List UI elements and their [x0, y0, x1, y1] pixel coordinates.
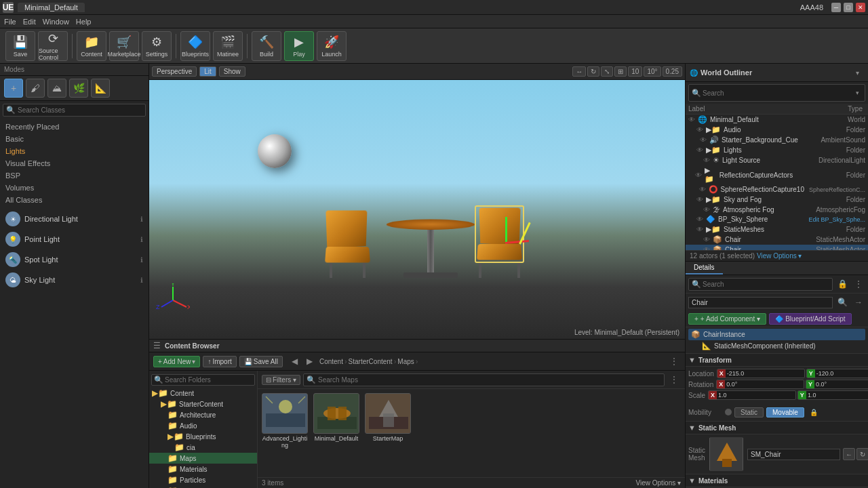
- folder-materials[interactable]: 📁 Materials: [149, 464, 257, 474]
- location-x-input[interactable]: [726, 369, 804, 378]
- settings-button[interactable]: ⚙ Settings: [142, 31, 172, 61]
- actor-browse-icon[interactable]: →: [852, 296, 865, 309]
- foliage-mode-icon[interactable]: 🌿: [69, 79, 88, 98]
- rotation-x[interactable]: X: [716, 380, 804, 389]
- viewport[interactable]: Perspective Lit Show ↔ ↻ ⤡ ⊞ 10 10° 0.25: [149, 64, 685, 339]
- placement-item-spot-light[interactable]: 🔦 Spot Light ℹ: [0, 249, 149, 270]
- location-y[interactable]: Y: [806, 369, 868, 378]
- options-button[interactable]: ⋮: [667, 354, 681, 368]
- folder-blueprints[interactable]: ▶📁 Blueprints: [149, 431, 257, 442]
- outliner-row-atm-fog[interactable]: 👁 🌫 Atmospheric Fog AtmosphericFog: [686, 205, 868, 214]
- content-button[interactable]: 📁 Content: [77, 31, 106, 61]
- outliner-search-bar[interactable]: 🔍 ▾: [688, 84, 865, 102]
- mesh-name-input[interactable]: [747, 449, 840, 460]
- geometry-mode-icon[interactable]: 📐: [91, 79, 110, 98]
- view-options-button[interactable]: View Options ▾: [635, 479, 681, 487]
- movable-mobility-button[interactable]: Movable: [766, 407, 804, 418]
- folder-particles[interactable]: 📁 Particles: [149, 474, 257, 485]
- outliner-row-starter-bg[interactable]: 👁 🔊 Starter_Background_Cue AmbientSound: [686, 135, 868, 145]
- location-y-input[interactable]: [815, 369, 868, 378]
- category-bsp[interactable]: BSP: [0, 169, 149, 182]
- translate-tool[interactable]: ↔: [572, 66, 586, 77]
- source-control-button[interactable]: ⟳ Source Control: [38, 31, 68, 61]
- outliner-options-button[interactable]: ▾: [850, 66, 864, 79]
- placement-item-point-light[interactable]: 💡 Point Light ℹ: [0, 229, 149, 249]
- outliner-row-minimal-default[interactable]: 👁 🌐 Minimal_Default World: [686, 115, 868, 125]
- back-button[interactable]: ◀: [288, 354, 302, 368]
- class-search-input[interactable]: [18, 106, 142, 114]
- outliner-row-reflection-actors[interactable]: 👁 ▶📁 ReflectionCaptureActors Folder: [686, 165, 868, 184]
- outliner-row-static-meshes[interactable]: 👁 ▶📁 StaticMeshes Folder: [686, 224, 868, 235]
- save-all-button[interactable]: 💾 Save All: [239, 356, 283, 367]
- scale-y-input[interactable]: [806, 391, 868, 399]
- category-volumes[interactable]: Volumes: [0, 182, 149, 194]
- placement-item-sky-light[interactable]: 🌤 Sky Light ℹ: [0, 270, 149, 290]
- breadcrumb-starter-content[interactable]: StarterContent: [349, 358, 393, 365]
- tab-details[interactable]: Details: [686, 262, 723, 274]
- details-search-input[interactable]: [703, 281, 829, 288]
- build-button[interactable]: 🔨 Build: [252, 31, 281, 61]
- viewport-canvas[interactable]: X Y Z Level: Minimal_Default (Persistent…: [149, 80, 685, 339]
- component-static-mesh-inherited[interactable]: 📐 StaticMeshComponent (Inherited): [688, 340, 865, 352]
- menu-help[interactable]: Help: [76, 18, 92, 26]
- landscape-mode-icon[interactable]: ⛰: [47, 79, 66, 98]
- placement-item-directional-light[interactable]: ☀ Directional Light ℹ: [0, 209, 149, 229]
- files-options-button[interactable]: ⋮: [667, 373, 681, 386]
- menu-window[interactable]: Window: [43, 18, 69, 26]
- blueprints-button[interactable]: 🔷 Blueprints: [180, 31, 210, 61]
- play-button[interactable]: ▶ Play: [284, 31, 314, 61]
- rotation-y-input[interactable]: [814, 380, 868, 388]
- details-lock-icon[interactable]: 🔒: [835, 277, 849, 291]
- rotate-tool[interactable]: ↻: [587, 66, 599, 77]
- file-advanced-lighting[interactable]: Advanced_Lighting: [262, 393, 308, 449]
- folder-architecture[interactable]: 📁 Architecture: [149, 409, 257, 420]
- category-lights[interactable]: Lights: [0, 145, 149, 157]
- grid-size[interactable]: 10: [628, 66, 642, 77]
- viewport-lit-button[interactable]: Lit: [199, 66, 216, 77]
- angle-size[interactable]: 10°: [644, 66, 660, 77]
- folder-search-bar[interactable]: 🔍: [151, 374, 255, 386]
- rotation-x-input[interactable]: [725, 380, 804, 388]
- details-search-bar[interactable]: 🔍: [688, 278, 833, 291]
- outliner-row-chair-1[interactable]: 👁 📦 Chair StaticMeshActor: [686, 235, 868, 245]
- outliner-row-lights[interactable]: 👁 ▶📁 Lights Folder: [686, 145, 868, 155]
- outliner-search-input[interactable]: [703, 89, 854, 97]
- outliner-row-sphere-reflection[interactable]: 👁 ⭕ SphereReflectionCapture10 SphereRefl…: [686, 184, 868, 195]
- import-button[interactable]: ↑ Import: [203, 356, 236, 367]
- launch-button[interactable]: 🚀 Launch: [317, 31, 347, 61]
- marketplace-button[interactable]: 🛒 Marketplace: [109, 31, 139, 61]
- files-search-bar[interactable]: 🔍: [303, 373, 665, 386]
- menu-edit[interactable]: Edit: [23, 18, 36, 26]
- materials-section-header[interactable]: ▼ Materials: [686, 474, 868, 487]
- scale-tool[interactable]: ⤡: [601, 66, 613, 77]
- category-visual-effects[interactable]: Visual Effects: [0, 157, 149, 169]
- menu-file[interactable]: File: [4, 18, 16, 26]
- scale-size[interactable]: 0.25: [663, 66, 682, 77]
- transform-section-header[interactable]: ▼ Transform: [686, 353, 868, 367]
- static-mobility-button[interactable]: Static: [734, 407, 764, 418]
- file-starter-map[interactable]: StarterMap: [365, 393, 411, 442]
- outliner-row-audio[interactable]: 👁 ▶📁 Audio Folder: [686, 125, 868, 135]
- viewport-show-button[interactable]: Show: [219, 66, 245, 77]
- breadcrumb-maps[interactable]: Maps: [397, 358, 414, 365]
- static-mesh-section-header[interactable]: ▼ Static Mesh: [686, 421, 868, 434]
- matinee-button[interactable]: 🎬 Matinee: [213, 31, 243, 61]
- close-button[interactable]: ✕: [856, 3, 865, 12]
- outliner-row-bp-sky[interactable]: 👁 🔷 BP_Sky_Sphere Edit BP_Sky_Sphe...: [686, 214, 868, 224]
- add-new-button[interactable]: + Add New ▾: [153, 356, 200, 367]
- category-all-classes[interactable]: All Classes: [0, 194, 149, 206]
- folder-content[interactable]: ▶📁 Content: [149, 388, 257, 399]
- mesh-browse-button[interactable]: ←: [843, 448, 855, 460]
- folder-cia[interactable]: 📁 cia: [149, 442, 257, 453]
- folder-audio[interactable]: 📁 Audio: [149, 420, 257, 431]
- grid-toggle[interactable]: ⊞: [614, 66, 627, 77]
- scale-x-input[interactable]: [717, 391, 795, 399]
- outliner-search-options[interactable]: ▾: [854, 86, 862, 100]
- viewport-mode-button[interactable]: Perspective: [152, 66, 197, 77]
- files-search-input[interactable]: [318, 376, 661, 384]
- save-button[interactable]: 💾 Save: [5, 31, 35, 61]
- minimize-button[interactable]: ─: [831, 3, 841, 12]
- maximize-button[interactable]: □: [844, 3, 853, 12]
- component-chair-instance[interactable]: 📦 ChairInstance: [688, 329, 865, 340]
- add-component-button[interactable]: + + Add Component ▾: [688, 313, 766, 325]
